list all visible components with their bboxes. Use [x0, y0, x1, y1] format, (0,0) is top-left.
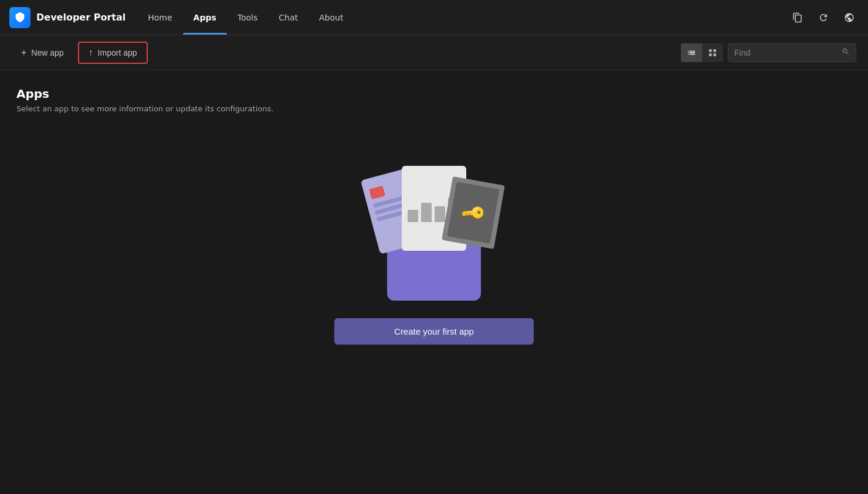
grid-view-button[interactable]	[702, 43, 723, 62]
import-app-button[interactable]: ↑ Import app	[78, 42, 148, 64]
key-icon: 🔑	[459, 199, 487, 227]
header-right	[788, 8, 859, 27]
copy-icon[interactable]	[788, 8, 807, 27]
doc-right: 🔑	[442, 176, 505, 249]
illustration: ↗ 🔑	[352, 148, 516, 301]
header: Developer Portal Home Apps Tools Chat Ab…	[0, 0, 868, 35]
search-icon	[842, 47, 850, 57]
logo-area: Developer Portal	[9, 7, 126, 28]
empty-state: ↗ 🔑 Create your first app	[16, 148, 852, 345]
search-box	[728, 43, 856, 62]
plus-icon: +	[21, 47, 26, 58]
logo-icon	[9, 7, 30, 28]
create-first-app-button[interactable]: Create your first app	[334, 318, 534, 345]
nav-item-tools[interactable]: Tools	[227, 0, 269, 35]
app-title: Developer Portal	[36, 12, 126, 23]
view-toggle	[681, 43, 723, 62]
page-subtitle: Select an app to see more information or…	[16, 104, 852, 113]
page-title: Apps	[16, 87, 852, 101]
nav-item-chat[interactable]: Chat	[268, 0, 308, 35]
toolbar: + New app ↑ Import app	[0, 35, 868, 70]
nav-item-home[interactable]: Home	[137, 0, 182, 35]
list-view-button[interactable]	[681, 43, 702, 62]
nav-item-apps[interactable]: Apps	[183, 0, 227, 35]
new-app-button[interactable]: + New app	[12, 43, 73, 63]
refresh-icon[interactable]	[814, 8, 833, 27]
upload-icon: ↑	[89, 47, 93, 58]
search-input[interactable]	[734, 48, 837, 57]
toolbar-right	[681, 43, 856, 62]
globe-icon[interactable]	[840, 8, 859, 27]
main-nav: Home Apps Tools Chat About	[137, 0, 354, 35]
main-content: Apps Select an app to see more informati…	[0, 70, 868, 361]
nav-item-about[interactable]: About	[308, 0, 354, 35]
